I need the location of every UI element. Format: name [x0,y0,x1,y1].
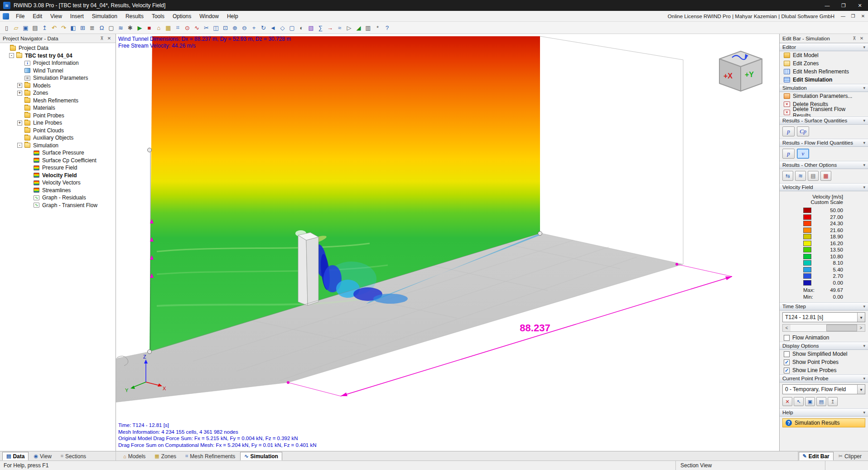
tree-item[interactable]: Auxiliary Objects [0,134,116,142]
panel-tab[interactable]: ✎ Edit Bar [799,452,834,460]
menu-item[interactable]: Insert [66,11,88,21]
properties-icon[interactable]: ≣ [87,23,97,33]
editbar-item[interactable]: Edit Model [780,51,868,59]
menu-item[interactable]: Results [121,11,148,21]
mdi-restore-button[interactable]: ❐ [848,11,858,21]
mdi-close-button[interactable]: ✕ [858,11,868,21]
quantity-button[interactable]: p [782,149,795,159]
menu-item[interactable]: Window [195,11,223,21]
previous-view-icon[interactable]: ◄ [268,23,278,33]
mdi-document-icon[interactable] [3,13,9,19]
views-icon[interactable]: ▢ [287,23,297,33]
time-step-scrollbar[interactable]: < > [782,324,865,332]
tree-expander[interactable] [17,121,22,126]
menu-item[interactable]: Edit [29,11,46,21]
zoom-in-icon[interactable]: ⊕ [230,23,240,33]
result-table-icon[interactable]: ▦ [820,171,831,181]
tree-expander[interactable] [17,91,22,96]
building-model[interactable] [298,233,318,305]
workspace-tab[interactable]: ⌂ Models [119,452,149,460]
chevron-down-icon[interactable]: ▾ [863,185,865,189]
flow-animation-checkbox[interactable] [784,335,790,341]
start-simulation-icon[interactable]: ▶ [135,23,145,33]
tree-item[interactable]: Surface Pressure [0,149,116,157]
tree-item[interactable]: Zones [0,89,116,97]
navigator-tab[interactable]: ⌗ Sections [57,452,90,460]
tree-item[interactable]: Velocity Vectors [0,179,116,187]
navigator-tab[interactable]: ◉ View [29,452,55,460]
editbar-item[interactable]: Edit Mesh Refinements [780,68,868,76]
models-icon[interactable]: ⌂ [154,23,164,33]
tree-item[interactable]: Simulation [0,142,116,150]
checkbox[interactable] [784,351,790,357]
checkbox[interactable] [784,359,790,365]
pin-icon[interactable]: ⊼ [851,36,858,41]
redo-icon[interactable]: ↷ [59,23,68,33]
tree-expander[interactable] [9,53,14,58]
line-probe-icon[interactable]: ∿ [192,23,202,33]
render-mode-icon[interactable]: ◐ [297,23,306,33]
vectors-icon[interactable]: → [325,23,335,33]
checkbox[interactable] [784,368,790,373]
tree-item[interactable]: Graph - Residuals [0,194,116,202]
probe-export-icon[interactable]: ↥ [828,397,838,406]
mesh-icon[interactable]: ⌗ [173,23,183,33]
section-icon[interactable]: ◫ [211,23,221,33]
tree-item[interactable]: Surface Cp Coefficient [0,157,116,165]
scroll-thumb[interactable] [826,325,857,331]
units-icon[interactable]: Ω [97,23,106,33]
scroll-right-button[interactable]: > [857,325,865,331]
animation-icon[interactable]: ▷ [344,23,354,33]
zoom-window-icon[interactable]: ⊡ [221,23,230,33]
open-icon[interactable]: ▱ [11,23,21,33]
menu-item[interactable]: Help [223,11,242,21]
tree-item[interactable]: Mesh Refinements [0,97,116,105]
chevron-down-icon[interactable]: ▾ [863,45,865,49]
section-header-flow-quantities[interactable]: Results - Flow Field Quantities ▾ [780,139,868,147]
tree-item[interactable]: Materials [0,104,116,112]
chevron-down-icon[interactable]: ▾ [863,344,865,348]
menu-item[interactable]: Options [169,11,195,21]
wind-tunnel-icon[interactable]: ≋ [116,23,125,33]
quantity-button[interactable]: Cp [797,126,809,136]
tree-item[interactable]: Point Probes [0,112,116,120]
pin-icon[interactable]: ⊼ [98,36,106,41]
time-step-select[interactable]: T124 - 12.81 [s] ▾ [782,312,865,322]
isometric-view-icon[interactable]: ◇ [278,23,287,33]
maximize-button[interactable]: ❐ [835,0,852,11]
navigator-icon[interactable]: ◧ [68,23,78,33]
editbar-item[interactable]: Delete Transient Flow Results... [780,108,868,116]
tree-item[interactable]: Project Information [0,59,116,67]
tree-item[interactable]: Simulation Parameters [0,74,116,82]
export-icon[interactable]: ↥ [40,23,49,33]
section-header-velocity-field[interactable]: Velocity Field ▾ [780,183,868,191]
tree-item[interactable]: Models [0,82,116,90]
streamlines-icon[interactable]: ≈ [335,23,344,33]
pick-probe-icon[interactable]: ↖ [794,397,804,406]
chevron-down-icon[interactable]: ▾ [857,313,865,322]
tree-item[interactable]: Wind Tunnel [0,67,116,75]
layers-icon[interactable]: ≋ [795,171,806,181]
menu-item[interactable]: View [46,11,66,21]
section-header-surface-quantities[interactable]: Results - Surface Quantities ▾ [780,116,868,125]
editbar-item[interactable]: Edit Zones [780,59,868,68]
save-probe-icon[interactable]: ▣ [805,397,815,406]
zones-icon[interactable]: ▦ [164,23,173,33]
result-values-icon[interactable]: ∑ [316,23,325,33]
rotate-view-icon[interactable]: ↻ [259,23,268,33]
tables-icon[interactable]: ⊞ [78,23,87,33]
quantity-button[interactable]: v [797,149,809,159]
close-icon[interactable]: ✕ [858,36,865,41]
comment-icon[interactable]: ▢ [106,23,116,33]
chevron-down-icon[interactable]: ▾ [863,163,865,167]
section-header-current-point-probe[interactable]: Current Point Probe ▾ [780,374,868,383]
navigator-tab[interactable]: ▤ Data [2,452,29,460]
editbar-item[interactable]: Simulation Parameters... [780,92,868,100]
menu-item[interactable]: File [12,11,29,21]
tree-item[interactable]: Velocity Field [0,172,116,179]
menu-item[interactable]: Simulation [88,11,121,21]
section-header-simulation[interactable]: Simulation ▾ [780,84,868,92]
stop-simulation-icon[interactable]: ■ [145,23,154,33]
simulation-parameters-icon[interactable]: ✱ [125,23,135,33]
chevron-down-icon[interactable]: ▾ [863,304,865,309]
